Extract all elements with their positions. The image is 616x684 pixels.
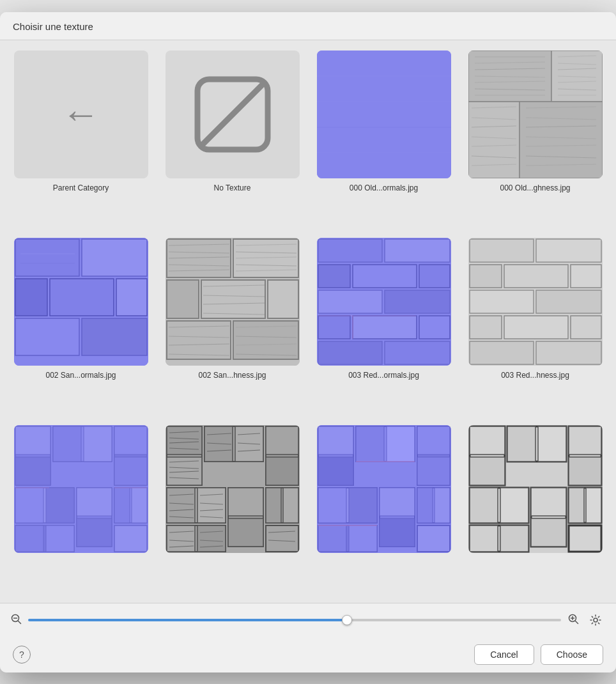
svg-rect-41 [15,239,79,276]
choose-button[interactable]: Choose [541,644,603,665]
texture-item-004-roughness[interactable] [158,421,307,596]
svg-rect-216 [507,426,535,462]
texture-thumb-no-texture [166,51,300,178]
texture-item-005-normals[interactable] [309,421,458,596]
texture-item-005-roughness[interactable] [461,421,610,596]
texture-svg-004-normals [14,425,148,553]
svg-rect-87 [385,290,450,313]
svg-rect-120 [46,488,74,523]
zoom-bar [0,603,616,637]
svg-rect-83 [318,265,350,288]
svg-rect-203 [417,488,433,523]
svg-rect-114 [84,426,112,462]
texture-item-000-normals[interactable]: 000 Old...ormals.jpg [309,47,458,231]
zoom-in-icon[interactable] [567,613,579,627]
texture-item-004-normals[interactable] [6,421,155,596]
texture-svg-003-red-roughness [468,238,603,366]
texture-thumb-002-san-normals [14,238,148,366]
svg-rect-135 [167,426,202,455]
svg-rect-88 [318,316,350,339]
texture-item-no-texture[interactable]: No Texture [158,47,307,231]
svg-rect-90 [419,316,450,339]
texture-item-003-red-normals[interactable]: 003 Red...ormals.jpg [309,234,458,419]
svg-rect-92 [385,341,450,364]
svg-rect-129 [46,525,74,552]
texture-svg-002-san-normals [14,238,148,366]
texture-label-no-texture: No Texture [214,183,251,194]
back-arrow-icon: ← [62,95,100,134]
texture-svg-002-san-roughness [166,238,300,366]
settings-button[interactable] [585,610,606,630]
texture-item-000-roughness[interactable]: 000 Old...ghness.jpg [461,47,610,231]
footer-bar: ? Cancel Choose [0,637,616,672]
help-button[interactable]: ? [13,646,31,664]
texture-item-002-san-normals[interactable]: 002 San...ormals.jpg [6,234,155,419]
cancel-button[interactable]: Cancel [474,644,534,665]
svg-rect-208 [417,525,450,552]
svg-rect-53 [167,280,199,318]
texture-item-003-red-roughness[interactable]: 003 Red...hness.jpg [461,234,610,419]
zoom-slider[interactable] [28,619,561,621]
svg-line-1 [204,86,261,143]
svg-rect-116 [114,426,147,455]
svg-rect-43 [15,279,47,316]
svg-rect-82 [385,239,450,262]
svg-rect-232 [500,525,528,552]
svg-rect-97 [536,239,601,262]
svg-rect-213 [470,426,505,455]
svg-rect-104 [504,316,568,339]
svg-rect-85 [419,265,450,288]
svg-rect-46 [15,318,79,355]
svg-rect-103 [470,316,502,339]
svg-rect-228 [569,488,584,523]
svg-rect-119 [15,488,43,523]
texture-thumb-parent: ← [14,51,148,178]
svg-rect-194 [417,426,450,455]
svg-rect-231 [470,525,498,552]
svg-rect-55 [268,280,298,318]
texture-label-002-san-normals: 002 San...ormals.jpg [45,371,116,381]
svg-rect-188 [318,426,353,455]
svg-rect-219 [569,426,601,455]
texture-label-000-normals: 000 Old...ormals.jpg [350,183,418,194]
svg-rect-207 [349,525,377,552]
texture-item-002-san-roughness[interactable]: 002 San...hness.jpg [158,234,307,419]
svg-rect-100 [571,265,601,288]
zoom-out-icon[interactable] [10,613,22,627]
svg-rect-226 [531,518,566,547]
texture-label-parent: Parent Category [53,183,109,194]
svg-rect-84 [353,265,417,288]
svg-rect-201 [380,518,415,547]
svg-rect-11 [520,102,603,178]
svg-rect-229 [586,488,601,523]
svg-rect-128 [15,525,43,552]
svg-rect-156 [266,457,298,485]
svg-rect-176 [197,525,226,552]
texture-svg-005-roughness [468,425,603,553]
svg-rect-44 [50,279,114,316]
svg-rect-86 [318,290,382,313]
svg-line-238 [576,621,578,623]
svg-rect-101 [470,290,534,313]
svg-rect-223 [500,488,528,523]
svg-rect-173 [283,488,298,523]
svg-rect-197 [318,488,346,523]
svg-rect-183 [266,525,298,552]
texture-svg-005-normals [317,425,451,553]
svg-rect-99 [504,265,568,288]
texture-thumb-003-red-roughness [468,238,603,366]
texture-label-000-roughness: 000 Old...ghness.jpg [500,183,570,194]
texture-thumb-003-red-normals [317,238,451,366]
svg-rect-47 [82,318,147,355]
texture-thumb-005-roughness [468,425,603,553]
svg-rect-206 [318,525,346,552]
svg-rect-220 [569,457,601,485]
texture-item-parent[interactable]: ← Parent Category [6,47,155,231]
svg-rect-233 [569,525,601,552]
svg-rect-217 [538,426,566,462]
svg-rect-45 [116,279,147,316]
texture-label-003-red-roughness: 003 Red...hness.jpg [501,371,569,381]
texture-thumb-002-san-roughness [166,238,300,366]
texture-chooser-dialog: Choisir une texture ← Parent Category No… [0,12,616,672]
svg-rect-222 [470,488,498,523]
